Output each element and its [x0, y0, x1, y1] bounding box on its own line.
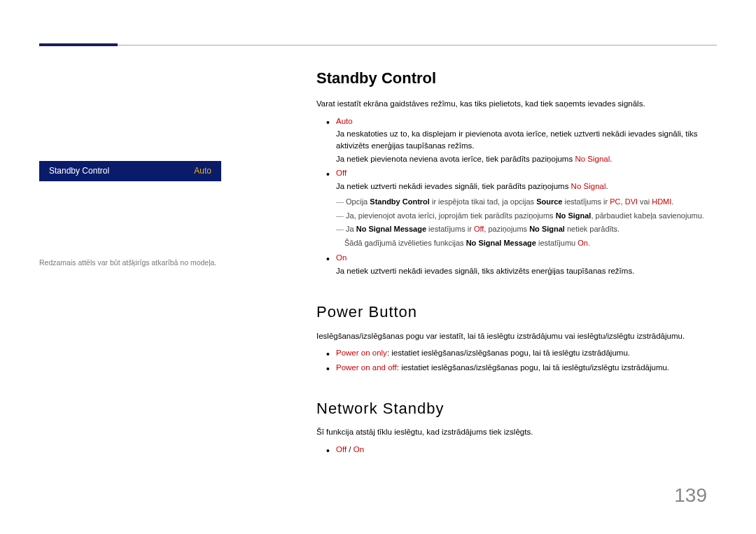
option-on-line: Ja netiek uztverti nekādi ievades signāl…: [336, 265, 707, 277]
power-intro: Ieslēgšanas/izslēgšanas pogu var iestatī…: [316, 330, 707, 342]
option-auto-line1: Ja neskatoties uz to, ka displejam ir pi…: [336, 128, 707, 151]
network-options: Off / On: [336, 444, 707, 456]
option-off: Off Ja netiek uztverti nekādi ievades si…: [336, 167, 707, 192]
power-option-on-only: Power on only: iestatiet ieslēgšanas/izs…: [336, 347, 707, 359]
option-title-on: On: [336, 253, 346, 262]
header-rule: [39, 45, 717, 45]
option-title-auto: Auto: [336, 117, 353, 125]
option-off-line: Ja netiek uztverti nekādi ievades signāl…: [336, 181, 707, 192]
standby-footnotes: Opcija Standby Control ir iespējota tika…: [316, 197, 707, 250]
menu-row-standby-control: Standby Control Auto: [39, 161, 221, 181]
option-on: On Ja netiek uztverti nekādi ievades sig…: [336, 252, 707, 276]
footnote-3: Ja No Signal Message iestatījums ir Off,…: [336, 224, 707, 235]
menu-label: Standby Control: [49, 165, 109, 177]
sidebar: Standby Control Auto Redzamais attēls va…: [39, 161, 221, 268]
menu-value: Auto: [194, 165, 211, 177]
power-option-list: Power on only: iestatiet ieslēgšanas/izs…: [316, 347, 707, 373]
standby-intro: Varat iestatīt ekrāna gaidstāves režīmu,…: [316, 98, 707, 110]
footnote-1: Opcija Standby Control ir iespējota tika…: [336, 197, 707, 208]
heading-power-button: Power Button: [316, 301, 707, 323]
footnote-3b: Šādā gadījumā izvēlieties funkcijas No S…: [336, 238, 707, 249]
option-auto: Auto Ja neskatoties uz to, ka displejam …: [336, 115, 707, 165]
heading-network-standby: Network Standby: [316, 398, 707, 420]
power-option-on-off: Power on and off: iestatiet ieslēgšanas/…: [336, 362, 707, 374]
footnote-2: Ja, pievienojot avota ierīci, joprojām t…: [336, 211, 707, 222]
image-disclaimer: Redzamais attēls var būt atšķirīgs atkar…: [39, 258, 221, 268]
heading-standby-control: Standby Control: [316, 67, 707, 90]
page-number: 139: [674, 482, 707, 510]
network-option-list: Off / On: [316, 444, 707, 456]
network-intro: Šī funkcija atstāj tīklu ieslēgtu, kad i…: [316, 426, 707, 438]
header-accent-bar: [39, 43, 118, 46]
standby-option-on: On Ja netiek uztverti nekādi ievades sig…: [316, 252, 707, 276]
standby-option-list: Auto Ja neskatoties uz to, ka displejam …: [316, 115, 707, 192]
option-title-off: Off: [336, 169, 346, 177]
main-content: Standby Control Varat iestatīt ekrāna ga…: [316, 67, 707, 458]
option-auto-line2: Ja netiek pievienota neviena avota ierīc…: [336, 153, 707, 165]
